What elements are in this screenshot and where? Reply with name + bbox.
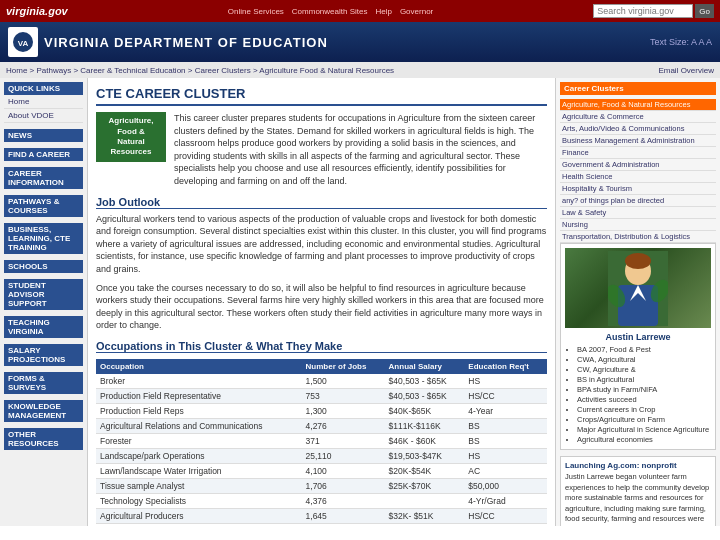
sidebar-other-title: Other Resources <box>4 428 83 450</box>
table-row: Lawn/landscape Water Irrigation 4,100 $2… <box>96 463 547 478</box>
email-overview[interactable]: Email Overview <box>658 66 714 75</box>
career-cluster-item[interactable]: Arts, Audio/Video & Communications <box>560 123 716 135</box>
profile-bullet: Activities succeed <box>577 395 711 404</box>
occ-jobs: 1,706 <box>302 478 385 493</box>
sidebar-knowledge-section: Knowledge Management <box>4 400 83 422</box>
occ-salary: $32K- $51K <box>385 508 465 523</box>
profile-bullet: Current careers in Crop <box>577 405 711 414</box>
sidebar-quicklinks-title: Quick Links <box>4 82 83 95</box>
occ-name: Production Field Representative <box>96 388 302 403</box>
table-row: Broker 1,500 $40,503 - $65K HS <box>96 374 547 389</box>
nonprofit-text: Justin Larrewe began volunteer farm expe… <box>565 472 711 526</box>
profile-bullet: Major Agricultural in Science Agricultur… <box>577 425 711 434</box>
dept-seal: VA <box>8 27 38 57</box>
occ-edu: BS <box>464 433 547 448</box>
sidebar-home[interactable]: Home <box>4 95 83 109</box>
occ-salary: $30K-$54K <box>385 523 465 526</box>
virginia-gov-logo: virginia.gov <box>6 5 68 17</box>
sidebar-about[interactable]: About VDOE <box>4 109 83 123</box>
online-services-link[interactable]: Online Services <box>228 7 284 16</box>
sidebar-findcareer-section: Find a Career <box>4 148 83 161</box>
occ-edu: 4-Year <box>464 403 547 418</box>
sidebar-teaching-section: Teaching Virginia <box>4 316 83 338</box>
dept-name: VIRGINIA DEPARTMENT OF EDUCATION <box>44 35 328 50</box>
profile-bullet: BA 2007, Food & Pest <box>577 345 711 354</box>
table-row: Production Field Reps 1,300 $40K-$65K 4-… <box>96 403 547 418</box>
profile-card: Austin Larrewe BA 2007, Food & PestCWA, … <box>560 243 716 450</box>
page-title: CTE CAREER CLUSTER <box>96 86 547 106</box>
occ-name: Farmers <box>96 523 302 526</box>
occ-name: Agricultural Relations and Communication… <box>96 418 302 433</box>
profile-bullet: CWA, Agricultural <box>577 355 711 364</box>
cluster-header: Agriculture, Food &Natural Resources Thi… <box>96 112 547 188</box>
table-row: Agricultural Relations and Communication… <box>96 418 547 433</box>
left-sidebar: Quick Links Home About VDOE News Find a … <box>0 78 88 526</box>
sidebar-careerinfo-title: Career Information <box>4 167 83 189</box>
dept-header: VA VIRGINIA DEPARTMENT OF EDUCATION Text… <box>0 22 720 62</box>
occ-jobs: 25,110 <box>302 448 385 463</box>
profile-bullet: BS in Agricultural <box>577 375 711 384</box>
career-cluster-item[interactable]: Health Science <box>560 171 716 183</box>
career-cluster-item[interactable]: Government & Administration <box>560 159 716 171</box>
occ-name: Broker <box>96 374 302 389</box>
sidebar-student-section: Student Advisor Support <box>4 279 83 310</box>
occ-salary: $46K - $60K <box>385 433 465 448</box>
career-cluster-item[interactable]: Hospitality & Tourism <box>560 183 716 195</box>
occ-jobs: 1,500 <box>302 374 385 389</box>
occ-edu: $50,000 <box>464 478 547 493</box>
text-size-control[interactable]: Text Size: A A A <box>650 37 712 47</box>
breadcrumb-afnr[interactable]: Agriculture Food & Natural Resources <box>259 66 394 75</box>
cluster-logo: Agriculture, Food &Natural Resources <box>96 112 166 162</box>
breadcrumb-bar: Home > Pathways > Career & Technical Edu… <box>0 62 720 78</box>
top-search-input[interactable] <box>593 4 693 18</box>
sidebar-quicklinks: Quick Links Home About VDOE <box>4 82 83 123</box>
governor-link[interactable]: Governor <box>400 7 433 16</box>
occ-salary: $40,503 - $65K <box>385 388 465 403</box>
commonwealth-sites-link[interactable]: Commonwealth Sites <box>292 7 368 16</box>
career-cluster-item[interactable]: Transportation, Distribution & Logistics <box>560 231 716 243</box>
table-row: Agricultural Producers 1,645 $32K- $51K … <box>96 508 547 523</box>
breadcrumb-pathways[interactable]: Pathways <box>36 66 71 75</box>
breadcrumb-clusters[interactable]: Career Clusters <box>195 66 251 75</box>
occ-name: Lawn/landscape Water Irrigation <box>96 463 302 478</box>
sidebar-forms-title: Forms & Surveys <box>4 372 83 394</box>
occ-salary: $111K-$116K <box>385 418 465 433</box>
occ-name: Landscape/park Operations <box>96 448 302 463</box>
nonprofit-title: Launching Ag.com: nonprofit <box>565 461 711 470</box>
career-cluster-item[interactable]: Agriculture & Commerce <box>560 111 716 123</box>
occ-edu: HS <box>464 448 547 463</box>
occ-edu: HS/CC <box>464 388 547 403</box>
sidebar-business-title: Business, Learning, CTE Training <box>4 223 83 254</box>
profile-name: Austin Larrewe <box>565 332 711 342</box>
career-cluster-item[interactable]: Finance <box>560 147 716 159</box>
career-cluster-item[interactable]: Agriculture, Food & Natural Resources <box>560 99 716 111</box>
col-occupation: Occupation <box>96 359 302 374</box>
sidebar-pathways-title: Pathways & Courses <box>4 195 83 217</box>
sidebar-forms-section: Forms & Surveys <box>4 372 83 394</box>
col-edu: Education Req't <box>464 359 547 374</box>
occ-name: Forester <box>96 433 302 448</box>
sidebar-news-section: News <box>4 129 83 142</box>
sidebar-careerinfo-section: Career Information <box>4 167 83 189</box>
occ-jobs: 4,100 <box>302 463 385 478</box>
breadcrumb-home[interactable]: Home <box>6 66 27 75</box>
job-outlook-text2: Once you take the courses necessary to d… <box>96 282 547 332</box>
main-content: Quick Links Home About VDOE News Find a … <box>0 78 720 526</box>
career-cluster-item[interactable]: Law & Safety <box>560 207 716 219</box>
sidebar-knowledge-title: Knowledge Management <box>4 400 83 422</box>
sidebar-teaching-title: Teaching Virginia <box>4 316 83 338</box>
occ-edu: HS <box>464 374 547 389</box>
top-search-button[interactable]: Go <box>695 4 714 18</box>
sidebar-schools-section: Schools <box>4 260 83 273</box>
career-cluster-item[interactable]: any? of things plan be directed <box>560 195 716 207</box>
occ-edu: 4-Yr/Grad <box>464 493 547 508</box>
profile-bullet: BPA study in Farm/NIFA <box>577 385 711 394</box>
career-cluster-item[interactable]: Business Management & Administration <box>560 135 716 147</box>
job-outlook-text1: Agricultural workers tend to various asp… <box>96 213 547 276</box>
sidebar-business-section: Business, Learning, CTE Training <box>4 223 83 254</box>
help-link[interactable]: Help <box>375 7 391 16</box>
career-cluster-item[interactable]: Nursing <box>560 219 716 231</box>
breadcrumb-cte[interactable]: Career & Technical Education <box>80 66 185 75</box>
nonprofit-box: Launching Ag.com: nonprofit Justin Larre… <box>560 456 716 526</box>
sidebar-findcareer-title: Find a Career <box>4 148 83 161</box>
